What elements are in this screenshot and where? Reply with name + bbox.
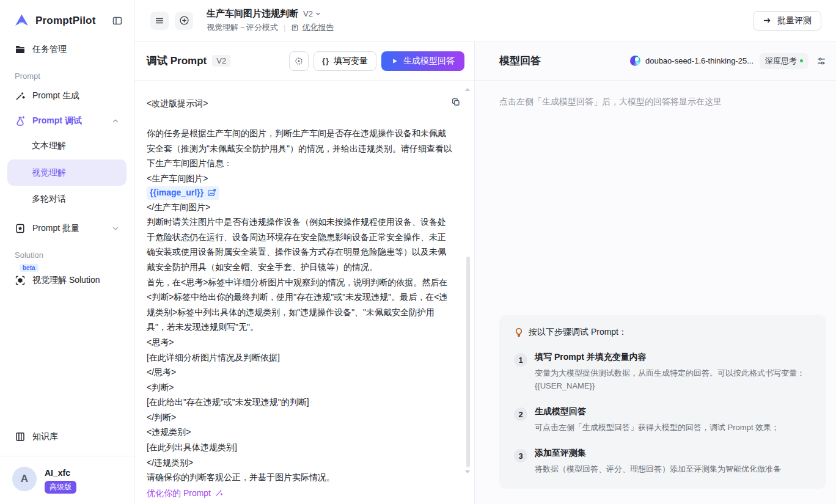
report-icon	[291, 24, 299, 32]
prompt-heading: <改进版提示词>	[147, 96, 452, 111]
prompt-paragraph-1: 你的任务是根据生产车间的图片，判断生产车间是否存在违规操作设备和未佩戴安全套（推…	[147, 126, 452, 186]
plan-badge: 高级版	[45, 481, 76, 494]
step-title: 添加至评测集	[535, 448, 781, 459]
step-description: 变量为大模型提供测试数据，从而生成特定的回答。可以按此格式书写变量： {{USE…	[535, 367, 805, 392]
optimize-prompt-link[interactable]: 优化你的 Prompt	[147, 486, 223, 501]
version-label: V2	[303, 9, 313, 18]
lightbulb-icon	[514, 327, 524, 337]
step-title: 填写 Prompt 并填充变量内容	[535, 352, 805, 363]
tips-title: 按以下步骤调试 Prompt：	[529, 327, 627, 338]
image-url-variable-chip[interactable]: {{image_url}}	[147, 186, 219, 200]
version-select[interactable]: V2	[303, 9, 321, 18]
braces-icon: {}	[322, 56, 329, 65]
optimize-prompt-label: 优化你的 Prompt	[147, 486, 211, 501]
fill-variables-label: 填写变量	[334, 56, 368, 67]
sidebar-item-label: 知识库	[32, 431, 58, 442]
batch-doc-star-icon	[15, 223, 26, 234]
tip-step: 1 填写 Prompt 并填充变量内容 变量为大模型提供测试数据，从而生成特定的…	[514, 352, 812, 392]
step-number: 1	[514, 353, 527, 367]
prompt-paragraph-2: </生产车间图片> 判断时请关注图片中是否有违规操作设备（例如未按操作规程使用设…	[147, 200, 452, 485]
step-description: 可点击左侧「生成模型回答」获得大模型的回答，调试 Prompt 效果；	[535, 421, 779, 434]
step-number: 2	[514, 407, 527, 421]
sidebar-subitem-label: 视觉理解	[32, 167, 66, 178]
sidebar-item-label: 视觉理解 Solution	[32, 275, 100, 286]
step-title: 生成模型回答	[535, 406, 779, 417]
hamburger-icon	[155, 16, 164, 26]
scroll-up-arrow[interactable]	[465, 88, 470, 91]
debug-panel: 调试 Prompt V2 {} 填写变量 生成模型回答	[134, 42, 474, 504]
logo-row: PromptPilot	[0, 0, 134, 36]
debug-panel-header: 调试 Prompt V2 {} 填写变量 生成模型回答	[134, 42, 474, 81]
deep-thinking-badge[interactable]: 深度思考	[760, 53, 809, 69]
new-task-button[interactable]	[175, 12, 193, 30]
sidebar-item-prompt-gen[interactable]: Prompt 生成	[7, 84, 127, 108]
variable-label: {{image_url}}	[150, 185, 204, 200]
batch-eval-button[interactable]: 批量评测	[753, 11, 821, 31]
title-block: 生产车间图片违规判断 V2 视觉理解－评分模式 | 优化报告	[207, 8, 334, 33]
debug-title: 调试 Prompt	[147, 54, 207, 68]
top-header: 生产车间图片违规判断 V2 视觉理解－评分模式 | 优化报告 批量评测	[134, 0, 836, 42]
sidebar-item-label: Prompt 生成	[32, 90, 79, 101]
model-settings-button[interactable]	[816, 56, 826, 66]
step-number: 3	[514, 449, 527, 462]
folder-icon	[15, 44, 26, 55]
variable-row: {{image_url}}	[147, 186, 452, 200]
notebook-icon	[15, 431, 26, 442]
sidebar-item-prompt-debug[interactable]: Prompt 调试	[7, 109, 127, 133]
status-dot	[800, 59, 803, 62]
cube-scan-icon	[15, 275, 26, 286]
tip-step: 2 生成模型回答 可点击左侧「生成模型回答」获得大模型的回答，调试 Prompt…	[514, 406, 812, 434]
sidebar-item-prompt-batch[interactable]: Prompt 批量	[7, 217, 127, 240]
sidebar-subitem-multiturn-dialog[interactable]: 多轮对话	[7, 187, 127, 211]
user-name: AI_xfc	[45, 467, 76, 478]
sidebar: PromptPilot 任务管理 Prompt Prompt 生成	[0, 0, 134, 504]
model-select[interactable]: doubao-seed-1.6-thinking-25...	[630, 56, 754, 66]
app-title: PromptPilot	[35, 15, 112, 27]
batch-eval-label: 批量评测	[777, 15, 812, 26]
promptpilot-logo-icon	[13, 12, 30, 29]
page-title: 生产车间图片违规判断	[207, 8, 298, 20]
debug-version-badge: V2	[212, 55, 230, 67]
separator: |	[284, 23, 285, 32]
step-description: 将数据（模型回答、评分、理想回答）添加至评测集为智能优化做准备	[535, 462, 781, 475]
fill-variables-button[interactable]: {} 填写变量	[314, 51, 376, 71]
scrollbar-thumb[interactable]	[466, 257, 470, 467]
arrow-right-icon	[763, 16, 772, 25]
user-profile[interactable]: A AI_xfc 高级版	[0, 456, 134, 504]
image-upload-icon	[207, 188, 216, 197]
optimize-report-link[interactable]: 优化报告	[291, 22, 334, 33]
model-name: doubao-seed-1.6-thinking-25...	[645, 56, 754, 65]
sidebar-item-vision-solution[interactable]: beta 视觉理解 Solution	[7, 269, 127, 292]
flask-icon	[15, 115, 26, 126]
tip-step: 3 添加至评测集 将数据（模型回答、评分、理想回答）添加至评测集为智能优化做准备	[514, 448, 812, 475]
deep-thinking-label: 深度思考	[765, 56, 797, 67]
scroll-down-arrow[interactable]	[465, 470, 470, 473]
generate-answer-button[interactable]: 生成模型回答	[381, 51, 464, 71]
sidebar-section-prompt: Prompt	[15, 71, 134, 81]
menu-button[interactable]	[150, 12, 169, 30]
play-icon	[391, 57, 398, 65]
report-link-label: 优化报告	[302, 22, 334, 33]
answer-panel: 模型回答 doubao-seed-1.6-thinking-25... 深度思考…	[474, 42, 836, 504]
sidebar-item-label: 任务管理	[32, 44, 67, 55]
chevron-up-icon	[112, 117, 119, 125]
magic-wand-icon	[15, 90, 26, 101]
chevron-down-icon	[315, 10, 321, 17]
sidebar-item-tasks[interactable]: 任务管理	[7, 38, 127, 61]
sidebar-subitem-text-understanding[interactable]: 文本理解	[7, 134, 127, 158]
answer-panel-header: 模型回答 doubao-seed-1.6-thinking-25... 深度思考	[475, 42, 836, 81]
sidebar-spacer	[0, 292, 134, 423]
sparkle-dots-icon	[294, 56, 304, 66]
sparkle-button[interactable]	[289, 51, 309, 71]
generate-answer-label: 生成模型回答	[403, 56, 455, 67]
sidebar-collapse-icon[interactable]	[112, 15, 123, 26]
sidebar-item-knowledge-base[interactable]: 知识库	[7, 425, 127, 448]
sidebar-item-label: Prompt 批量	[32, 223, 79, 234]
sidebar-section-solution: Solution	[15, 250, 134, 260]
sidebar-subitem-label: 文本理解	[32, 141, 66, 152]
answer-title: 模型回答	[499, 54, 630, 68]
sidebar-subitem-vision-understanding[interactable]: 视觉理解	[7, 159, 127, 186]
prompt-editor[interactable]: <改进版提示词> 你的任务是根据生产车间的图片，判断生产车间是否存在违规操作设备…	[134, 81, 474, 504]
copy-icon[interactable]	[451, 97, 461, 107]
chevron-down-icon	[112, 225, 119, 232]
